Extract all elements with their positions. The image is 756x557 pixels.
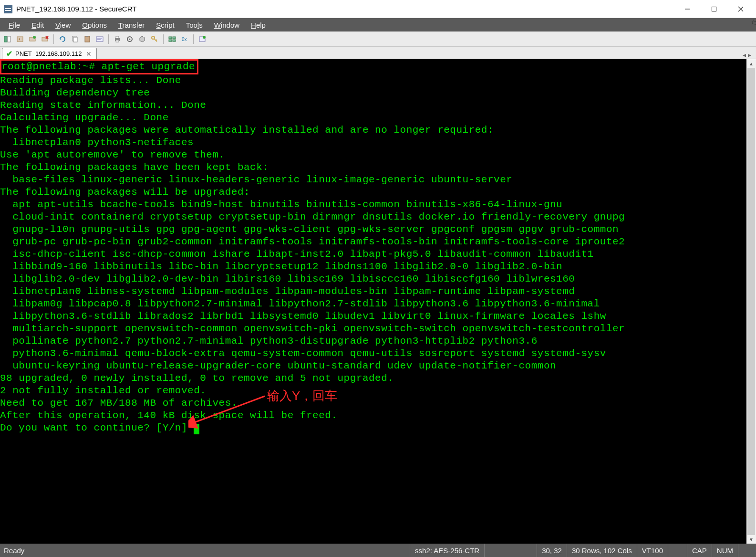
svg-point-23 [129, 38, 131, 40]
svg-rect-15 [86, 36, 88, 37]
window-title: PNET_192.168.109.112 - SecureCRT [16, 5, 674, 13]
toolbar-separator [163, 34, 164, 44]
terminal-wrap: root@pnetlab:~# apt-get upgrade Reading … [0, 59, 756, 544]
toolbar-separator [108, 34, 109, 44]
scroll-down-icon[interactable]: ▼ [746, 535, 756, 544]
maximize-button[interactable] [701, 0, 727, 18]
tab-close-icon[interactable]: ✕ [85, 51, 93, 57]
title-bar: PNET_192.168.109.112 - SecureCRT [0, 0, 756, 18]
terminal-scrollbar[interactable]: ▲ ▼ [746, 59, 756, 544]
tab-label: PNET_192.168.109.112 [15, 50, 82, 57]
sessions-icon[interactable] [166, 33, 178, 45]
svg-rect-30 [173, 40, 176, 42]
status-cipher: ssh2: AES-256-CTR [410, 544, 484, 557]
tab-overflow-icon[interactable]: ◂ ▸ [740, 51, 754, 59]
connected-check-icon: ✔ [6, 49, 12, 58]
terminal-prompt-highlight: root@pnetlab:~# apt-get upgrade [0, 59, 198, 74]
settings-icon[interactable] [124, 33, 135, 45]
svg-rect-1 [712, 7, 716, 11]
terminal[interactable]: root@pnetlab:~# apt-get upgrade Reading … [0, 59, 746, 544]
stray-mark: た [751, 18, 756, 24]
status-empty [738, 544, 752, 557]
close-button[interactable] [727, 0, 754, 18]
svg-rect-28 [169, 40, 172, 42]
svg-text:0x: 0x [182, 37, 187, 42]
status-cursor-pos: 30, 32 [537, 544, 567, 557]
toolbar: 0x [0, 32, 756, 47]
svg-rect-29 [173, 37, 176, 39]
reconnect-icon[interactable] [57, 33, 68, 45]
app-icon [4, 5, 12, 13]
minimize-button[interactable] [674, 0, 701, 18]
tab-strip: ✔ PNET_192.168.109.112 ✕ ◂ ▸ [0, 47, 756, 59]
status-bar: Ready ssh2: AES-256-CTR 30, 32 30 Rows, … [0, 544, 756, 557]
find-icon[interactable] [94, 33, 105, 45]
status-dimensions: 30 Rows, 102 Cols [567, 544, 637, 557]
svg-point-8 [33, 36, 36, 39]
print-icon[interactable] [112, 33, 123, 45]
raw-log-icon[interactable] [136, 33, 148, 45]
scroll-up-icon[interactable]: ▲ [746, 59, 756, 68]
svg-line-26 [156, 40, 157, 41]
menu-transfer[interactable]: Transfer [113, 18, 150, 32]
svg-rect-5 [8, 36, 10, 42]
copy-icon[interactable] [69, 33, 81, 45]
paste-icon[interactable] [82, 33, 93, 45]
svg-rect-21 [116, 40, 119, 42]
key-icon[interactable] [149, 33, 160, 45]
toolbar-separator [193, 34, 194, 44]
status-num: NUM [712, 544, 738, 557]
terminal-line: Do you want to continue? [Y/n] [0, 422, 194, 433]
hex-icon[interactable]: 0x [179, 33, 190, 45]
menu-options[interactable]: Options [76, 18, 113, 32]
menu-script[interactable]: Script [150, 18, 180, 32]
menu-help[interactable]: Help [245, 18, 271, 32]
toolbar-separator [53, 34, 54, 44]
status-term-type: VT100 [637, 544, 668, 557]
menu-tools[interactable]: Tools [180, 18, 208, 32]
status-empty [668, 544, 687, 557]
menu-bar: File Edit View Options Transfer Script T… [0, 18, 756, 32]
status-empty [484, 544, 537, 557]
menu-file[interactable]: File [3, 18, 26, 32]
svg-rect-20 [116, 36, 119, 38]
status-ready: Ready [4, 544, 29, 557]
terminal-cursor [194, 424, 199, 434]
status-caps: CAP [687, 544, 712, 557]
menu-window[interactable]: Window [208, 18, 245, 32]
svg-rect-13 [73, 37, 77, 42]
scroll-thumb[interactable] [747, 68, 755, 535]
connect-icon[interactable] [27, 33, 38, 45]
quick-connect-icon[interactable] [14, 33, 26, 45]
session-mgr-icon[interactable] [2, 33, 13, 45]
svg-rect-27 [169, 37, 172, 39]
svg-rect-16 [96, 37, 103, 42]
svg-rect-4 [4, 36, 7, 42]
session-tab[interactable]: ✔ PNET_192.168.109.112 ✕ [2, 48, 97, 59]
menu-edit[interactable]: Edit [26, 18, 50, 32]
disconnect-icon[interactable] [39, 33, 51, 45]
svg-point-33 [203, 36, 206, 39]
new-tab-icon[interactable] [197, 33, 208, 45]
menu-view[interactable]: View [50, 18, 76, 32]
